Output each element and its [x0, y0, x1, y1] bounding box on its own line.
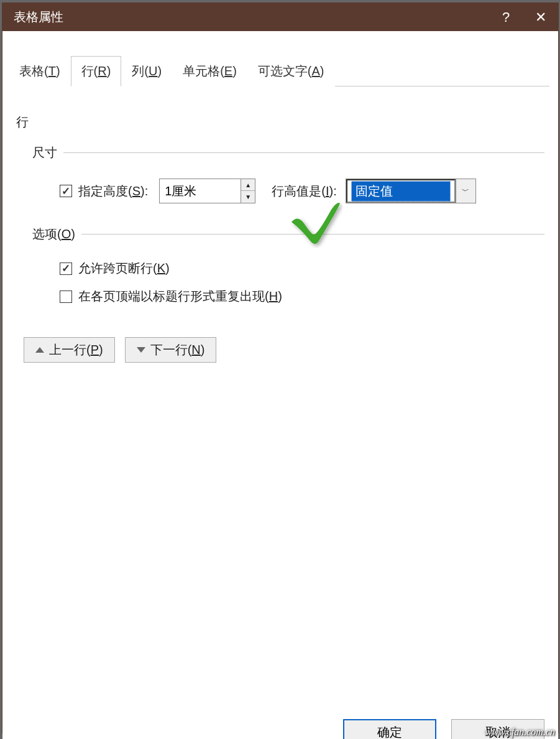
tab-alt-text[interactable]: 可选文字(A) — [247, 56, 335, 86]
tab-cell[interactable]: 单元格(E) — [172, 56, 247, 86]
prev-row-button[interactable]: 上一行(P) — [24, 337, 115, 363]
dialog-buttons: 确定 取消 — [343, 719, 544, 739]
cancel-button[interactable]: 取消 — [451, 719, 544, 739]
group-size-header: 尺寸 — [16, 144, 544, 161]
chevron-down-icon: ﹀ — [462, 186, 469, 197]
label-repeat-header: 在各页顶端以标题行形式重复出现(H) — [78, 288, 282, 305]
spinner-height[interactable]: ▲ ▼ — [159, 179, 255, 203]
next-row-button[interactable]: 下一行(N) — [125, 337, 217, 363]
row-repeat-header: 在各页顶端以标题行形式重复出现(H) — [16, 288, 544, 305]
group-size-title: 尺寸 — [32, 144, 57, 161]
tab-row[interactable]: 行(R) — [71, 56, 122, 86]
spinner-down[interactable]: ▼ — [241, 191, 255, 203]
help-button[interactable]: ? — [489, 3, 523, 31]
dialog-window: 表格属性 ? ✕ 表格(T) 行(R) 列(U) 单元格(E) 可选文字(A) … — [2, 2, 559, 733]
section-title: 行 — [16, 114, 544, 131]
label-specify-height: 指定高度(S): — [78, 183, 148, 200]
nav-buttons: 上一行(P) 下一行(N) — [24, 337, 544, 363]
combo-row-height-type[interactable]: 固定值 ﹀ — [346, 179, 476, 203]
triangle-up-icon — [35, 347, 44, 353]
ok-button[interactable]: 确定 — [343, 719, 436, 739]
triangle-down-icon — [137, 347, 145, 353]
checkbox-specify-height[interactable] — [60, 185, 72, 197]
combo-dropdown-button[interactable]: ﹀ — [456, 179, 475, 203]
divider — [63, 152, 544, 153]
combo-selected-value: 固定值 — [351, 181, 451, 202]
input-height-value[interactable] — [160, 179, 241, 203]
label-allow-break: 允许跨页断行(K) — [78, 260, 170, 277]
label-row-height-is: 行高值是(I): — [272, 183, 336, 200]
tab-bar: 表格(T) 行(R) 列(U) 单元格(E) 可选文字(A) — [9, 56, 549, 86]
tab-table[interactable]: 表格(T) — [9, 56, 71, 86]
annotation-checkmark-icon — [287, 198, 342, 248]
window-title: 表格属性 — [14, 9, 63, 26]
checkbox-allow-break[interactable] — [60, 263, 72, 275]
tab-column[interactable]: 列(U) — [121, 56, 172, 86]
group-options-header: 选项(O) — [16, 226, 544, 243]
client-area: 表格(T) 行(R) 列(U) 单元格(E) 可选文字(A) 行 尺寸 — [2, 56, 558, 739]
row-specify-height: 指定高度(S): ▲ ▼ 行高值是(I): 固定值 — [16, 179, 544, 203]
spinner-up[interactable]: ▲ — [241, 179, 255, 191]
checkbox-repeat-header[interactable] — [60, 290, 72, 303]
close-button[interactable]: ✕ — [523, 3, 558, 31]
group-options-title: 选项(O) — [32, 226, 75, 243]
tab-content: 行 尺寸 指定高度(S): ▲ ▼ 行高值是(I): — [11, 86, 549, 363]
titlebar: 表格属性 ? ✕ — [2, 3, 558, 31]
combo-selected[interactable]: 固定值 — [346, 179, 456, 203]
row-allow-break: 允许跨页断行(K) — [16, 260, 544, 277]
